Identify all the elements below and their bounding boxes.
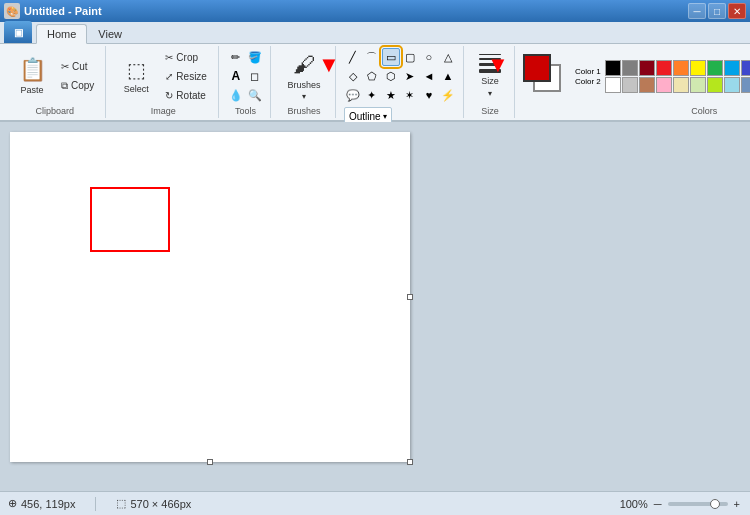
color-black[interactable] <box>605 60 621 76</box>
rounded-rect-tool[interactable]: ▢ <box>401 48 419 66</box>
color-picker-tool[interactable]: 💧 <box>227 86 245 104</box>
pentagon-tool[interactable]: ⬠ <box>363 67 381 85</box>
color-cyan[interactable] <box>724 60 740 76</box>
zoom-slider[interactable] <box>668 502 728 506</box>
color1-label: Color 1 <box>575 67 601 76</box>
pencil-tool[interactable]: ✏ <box>227 48 245 66</box>
size-label: Size <box>481 106 499 116</box>
arrow-up-tool[interactable]: ▲ <box>439 67 457 85</box>
minimize-button[interactable]: ─ <box>688 3 706 19</box>
status-divider-1 <box>95 497 96 511</box>
app-icon: 🎨 <box>4 3 20 19</box>
resize-handle-corner[interactable] <box>407 459 413 465</box>
zoom-label: 100% <box>620 498 648 510</box>
shapes-grid: ╱ ⌒ ▭ ▢ ○ △ ◇ ⬠ ⬡ ➤ ◄ ▲ 💬 ✦ ★ ✶ ♥ ⚡ <box>344 48 457 104</box>
coordinates-text: 456, 119px <box>21 498 75 510</box>
star5-tool[interactable]: ★ <box>382 86 400 104</box>
color-lightpink[interactable] <box>656 77 672 93</box>
clipboard-label: Clipboard <box>35 106 74 116</box>
tab-home[interactable]: Home <box>36 24 87 44</box>
window-title: Untitled - Paint <box>24 5 102 17</box>
shape-indicator-arrow: ▼ <box>318 52 340 78</box>
color-lightgreen[interactable] <box>690 77 706 93</box>
star6-tool[interactable]: ✶ <box>401 86 419 104</box>
color-yellow[interactable] <box>690 60 706 76</box>
rotate-button[interactable]: ↻Rotate <box>160 86 212 104</box>
text-tool[interactable]: A <box>227 67 245 85</box>
ribbon-tabs: ▣ Home View <box>0 22 750 44</box>
curve-tool[interactable]: ⌒ <box>363 48 381 66</box>
line-tool[interactable]: ╱ <box>344 48 362 66</box>
color-white[interactable] <box>605 77 621 93</box>
color-yellow-green[interactable] <box>707 77 723 93</box>
cut-button[interactable]: ✂Cut <box>56 58 99 76</box>
color-lightgray[interactable] <box>622 77 638 93</box>
window-controls: ─ □ ✕ <box>688 3 746 19</box>
tab-view[interactable]: View <box>87 24 133 43</box>
maximize-button[interactable]: □ <box>708 3 726 19</box>
dimensions-section: ⬚ 570 × 466px <box>116 497 191 510</box>
arrow-left-tool[interactable]: ◄ <box>420 67 438 85</box>
image-group: ⬚ Select ✂Crop ⤢Resize ↻Rotate Image <box>108 46 219 118</box>
dimensions-icon: ⬚ <box>116 497 126 510</box>
select-button[interactable]: ⬚ Select <box>114 48 158 104</box>
tools-label: Tools <box>235 106 256 116</box>
rect-tool[interactable]: ▭ <box>382 48 400 66</box>
color1-indicator-arrow: ▼ <box>487 52 509 78</box>
color-sky[interactable] <box>724 77 740 93</box>
heart-tool[interactable]: ♥ <box>420 86 438 104</box>
paste-button[interactable]: 📋 Paste <box>10 48 54 104</box>
canvas-area[interactable] <box>0 122 750 491</box>
resize-button[interactable]: ⤢Resize <box>160 67 212 85</box>
crop-button[interactable]: ✂Crop <box>160 48 212 66</box>
canvas[interactable] <box>10 132 410 462</box>
color1-swatch[interactable] <box>523 54 551 82</box>
eraser-tool[interactable]: ◻ <box>246 67 264 85</box>
paint-menu-button[interactable]: ▣ <box>4 21 32 43</box>
color-orange[interactable] <box>673 60 689 76</box>
resize-handle-bottom[interactable] <box>207 459 213 465</box>
color-steel[interactable] <box>741 77 750 93</box>
coordinates-section: ⊕ 456, 119px <box>8 497 75 510</box>
triangle-tool[interactable]: △ <box>439 48 457 66</box>
status-bar: ⊕ 456, 119px ⬚ 570 × 466px 100% ─ + <box>0 491 750 515</box>
clipboard-group: 📋 Paste ✂Cut ⧉Copy Clipboard <box>4 46 106 118</box>
color-green[interactable] <box>707 60 723 76</box>
image-label: Image <box>151 106 176 116</box>
callout-tool[interactable]: 💬 <box>344 86 362 104</box>
resize-handle-right[interactable] <box>407 294 413 300</box>
colors-label: Colors <box>691 106 717 116</box>
color-red[interactable] <box>656 60 672 76</box>
zoom-minus-button[interactable]: ─ <box>652 498 664 510</box>
star4-tool[interactable]: ✦ <box>363 86 381 104</box>
color2-label: Color 2 <box>575 77 601 86</box>
diamond-tool[interactable]: ◇ <box>344 67 362 85</box>
ellipse-tool[interactable]: ○ <box>420 48 438 66</box>
dimensions-text: 570 × 466px <box>130 498 191 510</box>
color-gray[interactable] <box>622 60 638 76</box>
zoom-plus-button[interactable]: + <box>732 498 742 510</box>
tools-group: ✏ 🪣 A ◻ 💧 🔍 Tools <box>221 46 271 118</box>
zoom-thumb[interactable] <box>710 499 720 509</box>
ribbon: ▼ ▼ 📋 Paste ✂Cut ⧉Copy Clipboard ⬚ Sel <box>0 44 750 122</box>
shapes-group: ╱ ⌒ ▭ ▢ ○ △ ◇ ⬠ ⬡ ➤ ◄ ▲ 💬 ✦ ★ ✶ ♥ ⚡ <box>338 46 464 118</box>
magnifier-tool[interactable]: 🔍 <box>246 86 264 104</box>
title-bar: 🎨 Untitled - Paint ─ □ ✕ <box>0 0 750 22</box>
colors-group: Color 1 Color 2 <box>517 46 750 118</box>
arrow-right-tool[interactable]: ➤ <box>401 67 419 85</box>
zoom-bar: 100% ─ + <box>620 498 742 510</box>
drawn-rectangle <box>90 187 170 252</box>
fill-tool[interactable]: 🪣 <box>246 48 264 66</box>
copy-button[interactable]: ⧉Copy <box>56 77 99 95</box>
color-cream[interactable] <box>673 77 689 93</box>
hexagon-tool[interactable]: ⬡ <box>382 67 400 85</box>
color-blue[interactable] <box>741 60 750 76</box>
color-darkred[interactable] <box>639 60 655 76</box>
color-brown[interactable] <box>639 77 655 93</box>
canvas-wrapper <box>10 132 410 462</box>
close-button[interactable]: ✕ <box>728 3 746 19</box>
coordinates-icon: ⊕ <box>8 497 17 510</box>
lightning-tool[interactable]: ⚡ <box>439 86 457 104</box>
brushes-label: Brushes <box>287 106 320 116</box>
